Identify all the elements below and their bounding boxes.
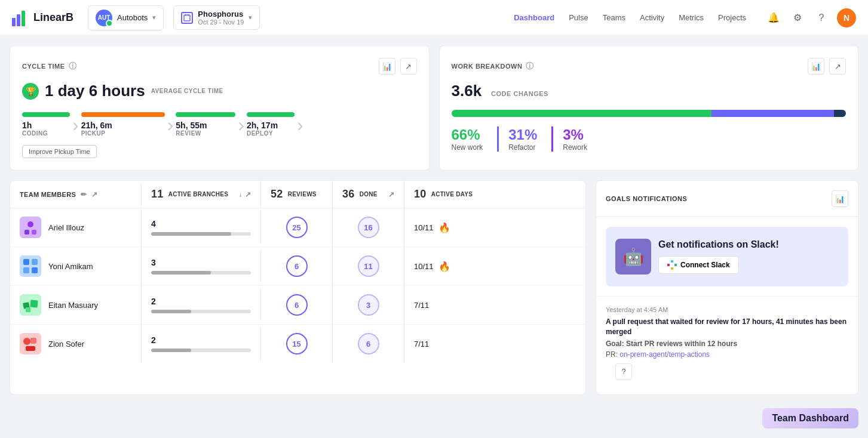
stage-pickup-bar [81, 112, 165, 117]
stage-chevron-1: › [72, 115, 79, 134]
svg-rect-12 [32, 259, 38, 265]
work-breakdown-value-row: 3.6k CODE CHANGES [452, 82, 846, 100]
branches-expand-icon[interactable]: ↗ [245, 190, 251, 199]
active-days-eitan: 7/11 [414, 301, 429, 310]
user-avatar[interactable]: N [837, 8, 856, 27]
goals-title: GOALS NOTIFICATIONS [606, 195, 687, 202]
nav-activity[interactable]: Activity [640, 13, 664, 22]
stage-coding-bar [22, 112, 70, 117]
nav-dashboard[interactable]: Dashboard [514, 13, 554, 22]
reviews-badge-ariel: 25 [286, 217, 308, 238]
active-cell-yoni: 10/11 🔥 [404, 252, 500, 280]
svg-point-7 [27, 221, 33, 227]
main-nav: Dashboard Pulse Teams Activity Metrics P… [514, 13, 746, 22]
sprint-text: Phosphorus Oct 29 - Nov 19 [198, 10, 244, 26]
done-badge-zion: 6 [358, 333, 379, 354]
help-question-button[interactable]: ? [615, 363, 632, 380]
slack-content: Get notifications on Slack! Connect Slac… [658, 239, 839, 274]
col-branches-title: ACTIVE BRANCHES [168, 191, 229, 198]
edit-icon[interactable]: ✏ [81, 190, 87, 199]
notif-goal: Goal: Start PR reviews within 12 hours [606, 340, 848, 348]
stage-chevron-3: › [238, 115, 244, 134]
sprint-chevron-icon: ▾ [249, 14, 252, 21]
work-breakdown-chart-btn[interactable]: 📊 [808, 58, 824, 75]
done-badge-eitan: 3 [358, 294, 379, 316]
reviews-badge-eitan: 6 [286, 294, 308, 316]
main-content: CYCLE TIME ⓘ 📊 ↗ 🏆 1 day 6 hours AVERAGE… [0, 36, 868, 405]
slack-banner: 🤖 Get notifications on Slack! Connect Sl… [606, 227, 848, 286]
team-selector[interactable]: AUT Autobots ▾ [88, 5, 164, 30]
branches-sort-icon[interactable]: ↓ [238, 190, 242, 199]
col-reviews-header: 52 REVIEWS [261, 181, 333, 208]
done-badge-ariel: 16 [358, 217, 379, 238]
sprint-name: Phosphorus [198, 10, 244, 18]
slack-logo-icon [667, 260, 677, 270]
svg-rect-8 [24, 230, 29, 235]
svg-rect-13 [23, 267, 29, 273]
work-breakdown-card: WORK BREAKDOWN ⓘ 📊 ↗ 3.6k CODE CHANGES [439, 45, 859, 171]
stage-deploy-time: 2h, 17m [247, 121, 295, 130]
member-name-yoni: Yoni Amikam [48, 262, 93, 271]
nav-pulse[interactable]: Pulse [569, 13, 588, 22]
work-breakdown-bar [452, 110, 846, 117]
slack-robot-icon: 🤖 [615, 239, 651, 274]
svg-rect-22 [26, 346, 35, 351]
improve-pickup-button[interactable]: Improve Pickup Time [22, 145, 97, 158]
member-name-zion: Zion Sofer [48, 340, 84, 348]
work-breakdown-info-icon[interactable]: ⓘ [526, 61, 534, 72]
nav-metrics[interactable]: Metrics [679, 13, 704, 22]
cycle-time-avg-label: AVERAGE CYCLE TIME [151, 88, 223, 94]
reviews-cell-yoni: 6 [261, 247, 333, 285]
done-expand-icon[interactable]: ↗ [388, 190, 394, 199]
notif-time: Yesterday at 4:45 AM [606, 306, 848, 313]
cycle-time-title-text: CYCLE TIME [22, 63, 65, 70]
notif-goal-text: Start PR reviews within 12 hours [626, 340, 737, 348]
branches-cell-eitan: 2 [142, 288, 261, 322]
connect-slack-button[interactable]: Connect Slack [658, 256, 739, 274]
cycle-time-expand-btn[interactable]: ↗ [400, 58, 417, 75]
work-breakdown-expand-btn[interactable]: ↗ [829, 58, 846, 75]
work-breakdown-title: WORK BREAKDOWN ⓘ [452, 61, 534, 72]
nav-projects[interactable]: Projects [718, 13, 746, 22]
active-cell-zion: 7/11 [404, 331, 500, 357]
team-name: Autobots [117, 13, 148, 22]
nav-teams[interactable]: Teams [603, 13, 625, 22]
member-name-eitan: Eitan Masuary [48, 301, 98, 310]
wb-stat-new-work: 66% New work [452, 127, 498, 152]
col-reviews-count: 52 [271, 188, 283, 201]
col-active-title: ACTIVE DAYS [431, 191, 473, 198]
notif-text: A pull request that waited for review fo… [606, 317, 848, 337]
svg-rect-25 [674, 264, 677, 266]
svg-rect-10 [20, 255, 41, 277]
stage-coding-name: CODING [22, 130, 70, 137]
app-header: LinearB AUT Autobots ▾ Phosphorus Oct 29… [0, 0, 868, 36]
stage-coding: 1h CODING [22, 112, 70, 137]
notif-pr-link[interactable]: on-prem-agent/temp-actions [619, 350, 710, 359]
sprint-icon [181, 12, 193, 24]
notifications-icon[interactable]: 🔔 [765, 10, 782, 26]
table-row: Zion Sofer 2 15 6 7/11 [10, 325, 585, 363]
notification-item: Yesterday at 4:45 AM A pull request that… [596, 296, 858, 394]
stage-deploy-bar [247, 112, 295, 117]
connect-slack-label: Connect Slack [680, 261, 730, 269]
avatar-yoni [20, 255, 41, 277]
wb-stat-refactor-name: Refactor [508, 143, 537, 152]
sprint-selector[interactable]: Phosphorus Oct 29 - Nov 19 ▾ [173, 5, 260, 30]
help-icon[interactable]: ? [813, 10, 830, 26]
fire-icon-yoni: 🔥 [438, 261, 450, 272]
wb-stat-rework: 3% Rework [551, 127, 602, 152]
goals-chart-btn[interactable]: 📊 [832, 190, 848, 207]
col-reviews-title: REVIEWS [288, 191, 317, 198]
svg-rect-23 [667, 264, 670, 266]
reviews-cell-eitan: 6 [261, 286, 333, 324]
stage-deploy: 2h, 17m DEPLOY [247, 112, 295, 137]
table-row: Yoni Amikam 3 6 11 10/11 🔥 [10, 247, 585, 286]
cycle-time-info-icon[interactable]: ⓘ [69, 61, 77, 72]
cycle-time-chart-btn[interactable]: 📊 [379, 58, 395, 75]
svg-rect-24 [671, 260, 673, 263]
cycle-time-number: 1 day 6 hours [45, 82, 145, 100]
settings-icon[interactable]: ⚙ [789, 10, 806, 26]
sprint-dates: Oct 29 - Nov 19 [198, 18, 244, 26]
members-expand-icon[interactable]: ↗ [91, 190, 97, 199]
slack-title: Get notifications on Slack! [658, 239, 839, 250]
